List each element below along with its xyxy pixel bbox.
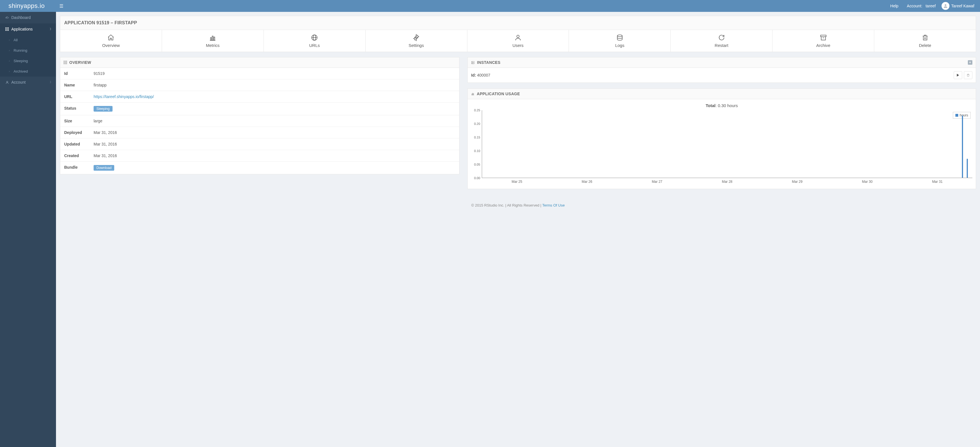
user-icon: [468, 34, 569, 42]
page-title: APPLICATION 91519 – FIRSTAPP: [60, 16, 976, 30]
overview-row-deployed: Deployed Mar 31, 2016: [60, 127, 459, 138]
user-icon: [943, 3, 948, 8]
svg-rect-27: [64, 61, 64, 62]
sidebar-item-applications[interactable]: Applications 》: [0, 24, 56, 35]
svg-point-22: [617, 35, 622, 37]
menu-toggle-icon[interactable]: ☰: [56, 3, 67, 9]
tab-settings[interactable]: Settings: [366, 30, 468, 52]
overview-row-bundle: Bundle Download: [60, 162, 459, 174]
account-label: Account:: [907, 4, 922, 8]
help-link[interactable]: Help: [886, 4, 903, 8]
user-name[interactable]: Tareef Kawaf: [951, 4, 980, 8]
sidebar-dashboard-label: Dashboard: [11, 15, 31, 20]
svg-rect-3: [5, 27, 6, 28]
footer-text: © 2015 RStudio Inc. | All Rights Reserve…: [471, 203, 542, 208]
svg-rect-33: [64, 63, 64, 64]
trash-icon: [874, 34, 976, 42]
user-icon: [4, 81, 10, 84]
server-icon: [471, 61, 475, 64]
sidebar-sub-running[interactable]: › Running: [0, 45, 56, 55]
svg-rect-6: [5, 29, 6, 30]
avatar[interactable]: [942, 2, 950, 10]
svg-rect-30: [64, 62, 64, 63]
overview-row-updated: Updated Mar 31, 2016: [60, 138, 459, 150]
svg-point-0: [945, 4, 947, 6]
sidebar-account-label: Account: [11, 80, 26, 84]
app-url-link[interactable]: https://tareef.shinyapps.io/firstapp/: [94, 94, 154, 99]
account-switcher[interactable]: Account: tareef: [902, 4, 940, 8]
svg-rect-10: [7, 30, 8, 31]
sidebar-sub-sleeping[interactable]: › Sleeping: [0, 55, 56, 66]
chart-x-axis: Mar 25Mar 26Mar 27Mar 28Mar 29Mar 30Mar …: [482, 178, 972, 184]
tab-logs[interactable]: Logs: [569, 30, 671, 52]
instances-panel: INSTANCES + Id: 400007: [468, 57, 976, 83]
sidebar-item-account[interactable]: Account 》: [0, 76, 56, 88]
tab-overview[interactable]: Overview: [60, 30, 162, 52]
sidebar-applications-label: Applications: [11, 27, 33, 32]
tab-archive[interactable]: Archive: [772, 30, 874, 52]
svg-point-38: [472, 62, 473, 62]
svg-rect-32: [66, 62, 67, 63]
tab-delete[interactable]: Delete: [874, 30, 976, 52]
tab-users[interactable]: Users: [468, 30, 569, 52]
globe-icon: [264, 34, 365, 42]
usage-panel: APPLICATION USAGE Total: 0.30 hours 0.00…: [468, 89, 976, 189]
usage-chart: Total: 0.30 hours 0.000.050.100.150.200.…: [468, 99, 976, 189]
terms-link[interactable]: Terms Of Use: [542, 203, 565, 208]
add-instance-button[interactable]: +: [968, 60, 972, 65]
svg-rect-44: [473, 94, 474, 95]
sidebar-item-dashboard[interactable]: Dashboard: [0, 12, 56, 24]
svg-rect-4: [7, 27, 8, 28]
overview-row-name: Name firstapp: [60, 79, 459, 91]
main-content: APPLICATION 91519 – FIRSTAPP Overview Me…: [56, 12, 980, 447]
svg-rect-9: [5, 30, 6, 31]
svg-rect-15: [212, 36, 213, 40]
usage-total-label: Total: [706, 103, 716, 108]
grid-icon: [4, 27, 10, 31]
svg-rect-29: [66, 61, 67, 62]
svg-marker-40: [957, 74, 959, 76]
usage-heading: APPLICATION USAGE: [477, 92, 520, 96]
footer: © 2015 RStudio Inc. | All Rights Reserve…: [60, 195, 976, 219]
svg-rect-35: [66, 63, 67, 64]
dashboard-icon: [4, 16, 10, 19]
svg-rect-16: [214, 37, 215, 40]
home-icon: [60, 34, 162, 42]
svg-rect-7: [7, 29, 8, 30]
svg-point-20: [415, 37, 417, 39]
instance-id-value: 400007: [477, 73, 490, 78]
chevron-icon: ›: [6, 70, 13, 73]
gear-icon: [366, 34, 467, 42]
chevron-icon: ›: [6, 49, 13, 52]
overview-row-created: Created Mar 31, 2016: [60, 150, 459, 162]
grid-icon: [64, 61, 67, 64]
tab-metrics[interactable]: Metrics: [162, 30, 264, 52]
svg-rect-28: [65, 61, 66, 62]
overview-panel: OVERVIEW Id 91519 Name firstapp URL http…: [60, 57, 460, 174]
svg-rect-43: [473, 93, 473, 95]
delete-instance-button[interactable]: [964, 71, 972, 79]
chevron-right-icon: 》: [50, 80, 52, 84]
archive-icon: [772, 34, 874, 42]
sidebar-sub-all[interactable]: › All: [0, 35, 56, 45]
play-icon: [956, 74, 959, 76]
svg-rect-11: [8, 30, 9, 31]
download-button[interactable]: Download: [94, 165, 114, 171]
brand-logo[interactable]: shinyapps.io: [0, 2, 56, 10]
tab-urls[interactable]: URLs: [264, 30, 366, 52]
database-icon: [569, 34, 670, 42]
overview-row-url: URL https://tareef.shinyapps.io/firstapp…: [60, 91, 459, 103]
chart-y-axis: 0.000.050.100.150.200.25: [471, 110, 482, 178]
trash-icon: [966, 73, 970, 77]
svg-rect-34: [65, 63, 66, 64]
chart-icon: [162, 34, 264, 42]
sidebar-sub-archived[interactable]: › Archived: [0, 66, 56, 76]
tab-restart[interactable]: Restart: [671, 30, 772, 52]
svg-rect-42: [472, 94, 473, 95]
svg-rect-14: [211, 38, 212, 40]
chart-icon: [471, 92, 474, 95]
svg-line-2: [6, 17, 7, 18]
overview-heading: OVERVIEW: [69, 60, 91, 65]
play-instance-button[interactable]: [954, 71, 962, 79]
overview-row-size: Size large: [60, 115, 459, 127]
